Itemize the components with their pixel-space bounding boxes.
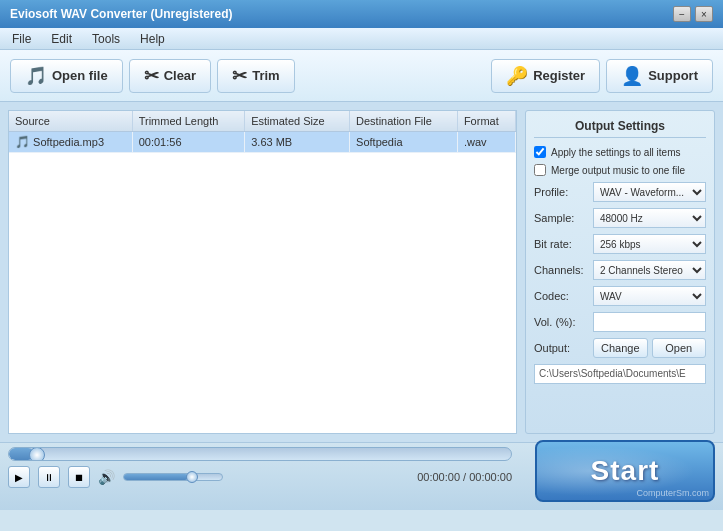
apply-settings-row: Apply the settings to all items bbox=[534, 146, 706, 158]
cell-trimmed-length: 00:01:56 bbox=[132, 132, 245, 153]
support-label: Support bbox=[648, 68, 698, 83]
col-estimated-size: Estimated Size bbox=[245, 111, 350, 132]
trim-icon: ✂ bbox=[232, 65, 247, 87]
open-file-label: Open file bbox=[52, 68, 108, 83]
volume-icon: 🔊 bbox=[98, 469, 115, 485]
window-controls: − × bbox=[673, 6, 713, 22]
controls-row: ▶ ⏸ ⏹ 🔊 00:00:00 / 00:00:00 bbox=[8, 466, 512, 488]
register-icon: 🔑 bbox=[506, 65, 528, 87]
clear-icon: ✂ bbox=[144, 65, 159, 87]
codec-label: Codec: bbox=[534, 290, 589, 302]
trim-button[interactable]: ✂ Trim bbox=[217, 59, 294, 93]
main-content: Source Trimmed Length Estimated Size Des… bbox=[0, 102, 723, 442]
clear-button[interactable]: ✂ Clear bbox=[129, 59, 212, 93]
vol-input[interactable]: 100 bbox=[593, 312, 706, 332]
cell-destination: Softpedia bbox=[350, 132, 458, 153]
profile-label: Profile: bbox=[534, 186, 589, 198]
sample-label: Sample: bbox=[534, 212, 589, 224]
panel-title: Output Settings bbox=[534, 119, 706, 138]
menu-bar: File Edit Tools Help bbox=[0, 28, 723, 50]
start-label: Start bbox=[591, 455, 660, 487]
col-destination: Destination File bbox=[350, 111, 458, 132]
open-file-button[interactable]: 🎵 Open file bbox=[10, 59, 123, 93]
profile-row: Profile: WAV - Waveform... bbox=[534, 182, 706, 202]
channels-row: Channels: 2 Channels Stereo bbox=[534, 260, 706, 280]
sample-select[interactable]: 48000 Hz bbox=[593, 208, 706, 228]
change-button[interactable]: Change bbox=[593, 338, 648, 358]
codec-select[interactable]: WAV bbox=[593, 286, 706, 306]
stop-button[interactable]: ⏹ bbox=[68, 466, 90, 488]
cell-estimated-size: 3.63 MB bbox=[245, 132, 350, 153]
sample-row: Sample: 48000 Hz bbox=[534, 208, 706, 228]
output-settings-panel: Output Settings Apply the settings to al… bbox=[525, 110, 715, 434]
start-button[interactable]: Start ComputerSm.com bbox=[535, 440, 715, 502]
register-button[interactable]: 🔑 Register bbox=[491, 59, 600, 93]
menu-file[interactable]: File bbox=[8, 32, 35, 46]
time-display: 00:00:00 / 00:00:00 bbox=[417, 471, 512, 483]
profile-select[interactable]: WAV - Waveform... bbox=[593, 182, 706, 202]
bottom-wrapper: ▶ ⏸ ⏹ 🔊 00:00:00 / 00:00:00 Start Comput… bbox=[0, 442, 723, 510]
register-label: Register bbox=[533, 68, 585, 83]
file-table: Source Trimmed Length Estimated Size Des… bbox=[9, 111, 516, 153]
support-icon: 👤 bbox=[621, 65, 643, 87]
vol-row: Vol. (%): 100 bbox=[534, 312, 706, 332]
apply-settings-checkbox[interactable] bbox=[534, 146, 546, 158]
cell-source: 🎵 Softpedia.mp3 bbox=[9, 132, 132, 153]
clear-label: Clear bbox=[164, 68, 197, 83]
col-source: Source bbox=[9, 111, 132, 132]
bitrate-select[interactable]: 256 kbps bbox=[593, 234, 706, 254]
watermark-text: ComputerSm.com bbox=[636, 488, 709, 498]
merge-output-checkbox[interactable] bbox=[534, 164, 546, 176]
output-label: Output: bbox=[534, 342, 589, 354]
volume-fill bbox=[124, 474, 188, 480]
channels-select[interactable]: 2 Channels Stereo bbox=[593, 260, 706, 280]
volume-thumb[interactable] bbox=[186, 471, 198, 483]
support-button[interactable]: 👤 Support bbox=[606, 59, 713, 93]
menu-help[interactable]: Help bbox=[136, 32, 169, 46]
pause-icon: ⏸ bbox=[44, 472, 54, 483]
app-title: Eviosoft WAV Converter (Unregistered) bbox=[10, 7, 232, 21]
minimize-button[interactable]: − bbox=[673, 6, 691, 22]
cell-format: .wav bbox=[457, 132, 515, 153]
output-path: C:\Users\Softpedia\Documents\E bbox=[534, 364, 706, 384]
apply-settings-label: Apply the settings to all items bbox=[551, 147, 681, 158]
merge-output-label: Merge output music to one file bbox=[551, 165, 685, 176]
close-button[interactable]: × bbox=[695, 6, 713, 22]
file-icon: 🎵 bbox=[15, 135, 30, 149]
table-row[interactable]: 🎵 Softpedia.mp3 00:01:56 3.63 MB Softped… bbox=[9, 132, 516, 153]
menu-tools[interactable]: Tools bbox=[88, 32, 124, 46]
stop-icon: ⏹ bbox=[74, 472, 84, 483]
pause-button[interactable]: ⏸ bbox=[38, 466, 60, 488]
open-file-icon: 🎵 bbox=[25, 65, 47, 87]
bitrate-row: Bit rate: 256 kbps bbox=[534, 234, 706, 254]
volume-bar[interactable] bbox=[123, 473, 223, 481]
seek-bar[interactable] bbox=[8, 447, 512, 461]
menu-edit[interactable]: Edit bbox=[47, 32, 76, 46]
toolbar: 🎵 Open file ✂ Clear ✂ Trim 🔑 Register 👤 … bbox=[0, 50, 723, 102]
bitrate-label: Bit rate: bbox=[534, 238, 589, 250]
col-format: Format bbox=[457, 111, 515, 132]
merge-output-row: Merge output music to one file bbox=[534, 164, 706, 176]
col-trimmed-length: Trimmed Length bbox=[132, 111, 245, 132]
trim-label: Trim bbox=[252, 68, 279, 83]
play-button[interactable]: ▶ bbox=[8, 466, 30, 488]
bottom-left: ▶ ⏸ ⏹ 🔊 00:00:00 / 00:00:00 bbox=[0, 443, 520, 511]
title-bar: Eviosoft WAV Converter (Unregistered) − … bbox=[0, 0, 723, 28]
codec-row: Codec: WAV bbox=[534, 286, 706, 306]
vol-label: Vol. (%): bbox=[534, 316, 589, 328]
open-output-button[interactable]: Open bbox=[652, 338, 707, 358]
file-area: Source Trimmed Length Estimated Size Des… bbox=[8, 110, 517, 434]
channels-label: Channels: bbox=[534, 264, 589, 276]
seek-bar-thumb[interactable] bbox=[29, 447, 45, 461]
play-icon: ▶ bbox=[15, 472, 23, 483]
output-row: Output: Change Open bbox=[534, 338, 706, 358]
